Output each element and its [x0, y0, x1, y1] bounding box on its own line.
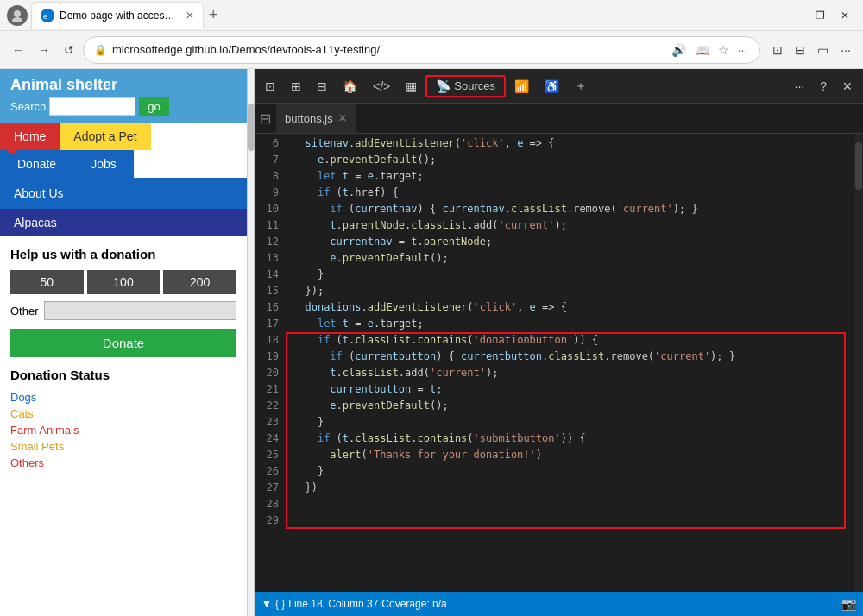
nav-about-item[interactable]: About Us: [0, 178, 247, 209]
line-number: 25: [261, 447, 279, 463]
line-number: 19: [261, 349, 279, 365]
code-line: if (currentnav) { currentnav.classList.r…: [293, 201, 854, 217]
devtools-status-bar: ▼ { } Line 18, Column 37 Coverage: n/a 📷: [255, 592, 863, 616]
code-line: t.parentNode.classList.add('current');: [293, 217, 854, 234]
go-button[interactable]: go: [139, 97, 168, 116]
back-button[interactable]: ←: [7, 40, 29, 60]
nav-row2: Donate Jobs: [0, 150, 247, 178]
url-icons: 🔊 📖 ☆ ···: [670, 41, 750, 59]
toolbar-btn-2[interactable]: ⊟: [790, 40, 810, 60]
line-number: 10: [261, 201, 279, 217]
code-line: if (currentbutton) { currentbutton.class…: [293, 349, 854, 365]
code-line: });: [293, 283, 854, 299]
site-title: Animal shelter: [10, 76, 236, 94]
refresh-button[interactable]: ↺: [59, 40, 79, 60]
forward-button[interactable]: →: [33, 40, 55, 60]
minimize-button[interactable]: —: [783, 6, 807, 25]
search-label: Search: [10, 100, 46, 113]
status-cats-item: Cats: [10, 405, 236, 422]
site-header: Animal shelter Search go: [0, 69, 247, 123]
url-text: microsoftedge.github.io/Demos/devtools-a…: [112, 43, 665, 56]
line-number: 16: [261, 299, 279, 316]
devtools-media-button[interactable]: ▦: [399, 76, 424, 97]
tab-close-button[interactable]: ✕: [186, 9, 194, 22]
sources-label: Sources: [454, 79, 495, 92]
favorites-button[interactable]: ☆: [716, 41, 731, 59]
amount-50-button[interactable]: 50: [10, 270, 84, 294]
code-content[interactable]: sitenav.addEventListener('click', e => {…: [286, 134, 854, 592]
more-browser-button[interactable]: ···: [736, 41, 750, 59]
devtools-help-button[interactable]: ?: [813, 76, 834, 97]
read-aloud-button[interactable]: 🔊: [670, 41, 688, 59]
toolbar-btn-3[interactable]: ▭: [812, 40, 834, 60]
devtools-add-button[interactable]: ＋: [568, 75, 594, 97]
code-line: e.preventDefault();: [293, 152, 854, 168]
buttons-js-tab[interactable]: buttons.js ✕: [276, 104, 356, 133]
code-line: currentbutton = t;: [293, 381, 854, 398]
line-number: 24: [261, 431, 279, 447]
line-number: 28: [261, 496, 279, 512]
devtools-home-button[interactable]: 🏠: [336, 76, 364, 97]
line-number: 23: [261, 414, 279, 431]
line-numbers: 6789101112131415161718192021222324252627…: [255, 134, 286, 592]
file-tab-label: buttons.js: [285, 112, 333, 125]
url-box[interactable]: 🔒 microsoftedge.github.io/Demos/devtools…: [83, 36, 760, 64]
devtools-wifi-button[interactable]: 📶: [507, 76, 536, 97]
amount-100-button[interactable]: 100: [87, 270, 161, 294]
line-number: 6: [261, 135, 279, 152]
status-bar-coverage: Coverage: n/a: [381, 598, 446, 610]
line-number: 20: [261, 365, 279, 381]
donate-button[interactable]: Donate: [10, 329, 236, 357]
code-scrollbar[interactable]: [854, 134, 863, 592]
devtools-code-button[interactable]: </>: [366, 76, 397, 97]
devtools-accessibility-button[interactable]: ♿: [538, 76, 566, 97]
status-bar-bracket: ▼: [261, 598, 272, 610]
code-line: t.classList.add('current');: [293, 365, 854, 381]
amount-200-button[interactable]: 200: [163, 270, 236, 294]
status-small-item: Small Pets: [10, 438, 236, 455]
toolbar-btn-1[interactable]: ⊡: [767, 40, 788, 60]
immersive-reader-button[interactable]: 📖: [693, 41, 711, 59]
svg-point-1: [12, 17, 22, 22]
file-tabs: ⊟ buttons.js ✕: [255, 104, 863, 134]
close-button[interactable]: ✕: [834, 6, 856, 25]
line-number: 11: [261, 217, 279, 234]
devtools-dock-button[interactable]: ⊟: [310, 76, 334, 97]
devtools-close-button[interactable]: ✕: [835, 76, 860, 97]
active-tab[interactable]: e Demo page with accessibility iss ✕: [31, 2, 204, 29]
nav-jobs-item[interactable]: Jobs: [73, 150, 134, 178]
devtools-inspect-button[interactable]: ⊡: [258, 76, 282, 97]
toolbar-btn-4[interactable]: ···: [835, 40, 856, 60]
nav-alpacas-item[interactable]: Alpacas: [0, 209, 247, 236]
line-number: 18: [261, 332, 279, 349]
file-tab-close-button[interactable]: ✕: [338, 112, 347, 124]
webpage-scrollbar-thumb: [248, 104, 255, 151]
line-number: 7: [261, 152, 279, 168]
search-input[interactable]: [49, 97, 135, 116]
new-tab-button[interactable]: +: [204, 6, 224, 24]
status-bar-screenshot-button[interactable]: 📷: [841, 597, 856, 611]
devtools-more-button[interactable]: ···: [788, 76, 812, 97]
status-heading: Donation Status: [10, 368, 236, 382]
tab-title: Demo page with accessibility iss: [60, 9, 177, 22]
other-amount-input[interactable]: [44, 301, 236, 320]
devtools-responsive-button[interactable]: ⊞: [284, 76, 308, 97]
status-list: Dogs Cats Farm Animals Small Pets Others: [10, 389, 236, 471]
status-bar-bracket-label: { }: [275, 598, 285, 610]
browser-toolbar-icons: ⊡ ⊟ ▭ ···: [767, 40, 856, 60]
maximize-button[interactable]: ❐: [809, 6, 832, 25]
webpage-body: Help us with a donation 50 100 200 Other…: [0, 236, 247, 481]
code-line: }: [293, 414, 854, 431]
code-line: sitenav.addEventListener('click', e => {: [293, 135, 854, 152]
donation-heading: Help us with a donation: [10, 247, 236, 261]
webpage-scrollbar[interactable]: [248, 69, 254, 616]
tab-bar: e Demo page with accessibility iss ✕ +: [31, 2, 779, 29]
code-line: alert('Thanks for your donation!'): [293, 447, 854, 463]
file-tab-nav-button[interactable]: ⊟: [255, 110, 276, 127]
sources-button[interactable]: 📡 Sources: [425, 75, 506, 97]
nav-adopt-item[interactable]: Adopt a Pet: [60, 123, 150, 150]
webpage-content: Animal shelter Search go Home Adopt a Pe…: [0, 69, 248, 616]
nav-home-item[interactable]: Home: [0, 123, 60, 150]
code-line: if (t.href) {: [293, 185, 854, 201]
line-number: 8: [261, 168, 279, 185]
